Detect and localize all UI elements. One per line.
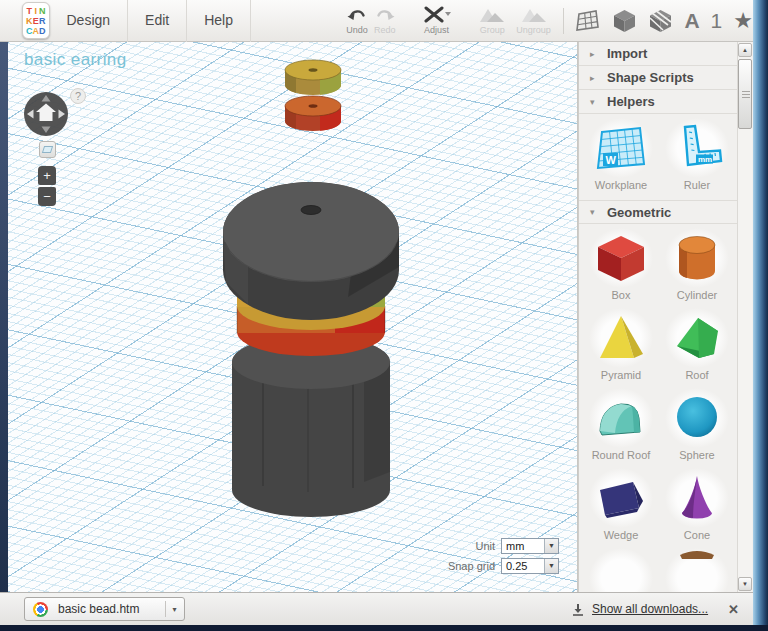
- chrome-file-icon: [33, 602, 48, 617]
- scrollbar-thumb[interactable]: [738, 59, 752, 129]
- cone-shape-icon: [665, 468, 729, 528]
- chevron-down-icon: ▾: [590, 207, 607, 217]
- close-download-bar-icon[interactable]: ✕: [728, 602, 739, 617]
- desktop-edge-bottom: [0, 625, 768, 631]
- tile-cylinder[interactable]: Cylinder: [659, 228, 735, 301]
- helpers-tiles: W Workplane mm Ruler: [579, 114, 739, 200]
- partial-shape-icon: [665, 548, 729, 592]
- wedge-shape-icon: [589, 468, 653, 528]
- tinkercad-logo[interactable]: T I N K E R C A D: [22, 2, 50, 39]
- logo-letter: D: [39, 26, 46, 36]
- browser-download-bar: basic bead.htm ▾ Show all downloads... ✕: [0, 592, 753, 625]
- group-button[interactable]: Group: [478, 6, 506, 35]
- snap-select-arrow-icon[interactable]: ▼: [544, 559, 558, 573]
- workplane-icon: W: [589, 118, 653, 178]
- unit-select-arrow-icon[interactable]: ▼: [544, 539, 558, 553]
- adjust-icon: [422, 6, 452, 23]
- round-roof-shape-icon: [589, 388, 653, 448]
- roof-shape-icon: [665, 308, 729, 368]
- tile-round-roof[interactable]: Round Roof: [583, 388, 659, 461]
- undo-button[interactable]: Undo: [343, 6, 371, 35]
- download-arrow-icon: [572, 603, 584, 616]
- tinkercad-window: T I N K E R C A D Design Edit Help Undo: [0, 0, 768, 631]
- solid-shapes-icon[interactable]: [612, 8, 637, 33]
- scroll-up-button[interactable]: ▲: [738, 43, 752, 57]
- shape-category-toggles: A 1 ★: [575, 8, 753, 33]
- workplane-grid-icon[interactable]: [575, 8, 601, 33]
- tile-pyramid[interactable]: Pyramid: [583, 308, 659, 381]
- logo-letter: T: [27, 6, 33, 16]
- snap-grid-select[interactable]: 0.25 ▼: [501, 558, 559, 574]
- menu-design[interactable]: Design: [50, 0, 129, 42]
- toolbar-separator: [563, 8, 564, 34]
- hole-shapes-icon[interactable]: [648, 8, 673, 33]
- chevron-right-icon: ▸: [590, 73, 607, 83]
- menu-help[interactable]: Help: [187, 0, 251, 42]
- logo-letter: K: [26, 16, 33, 26]
- sidebar-scrollbar[interactable]: ▲ ▼: [737, 42, 752, 592]
- section-helpers[interactable]: ▾ Helpers: [579, 90, 739, 114]
- text-shapes-icon[interactable]: A: [684, 10, 699, 32]
- design-canvas[interactable]: basic earring ? + −: [8, 42, 578, 592]
- section-geometric[interactable]: ▾ Geometric: [579, 200, 739, 224]
- tile-sphere[interactable]: Sphere: [659, 388, 735, 461]
- redo-icon: [374, 6, 396, 23]
- svg-text:W: W: [606, 154, 617, 166]
- section-shape-scripts[interactable]: ▸ Shape Scripts: [579, 66, 739, 90]
- chevron-right-icon: ▸: [590, 49, 607, 59]
- svg-text:mm: mm: [698, 155, 712, 164]
- tile-workplane[interactable]: W Workplane: [583, 118, 659, 191]
- file-menu-caret-icon[interactable]: ▾: [170, 605, 178, 614]
- scrollbar-grip: [742, 91, 750, 92]
- menu-edit[interactable]: Edit: [128, 0, 187, 42]
- snap-grid-label: Snap grid: [448, 560, 495, 572]
- ungroup-button[interactable]: Ungroup: [516, 6, 551, 35]
- tile-roof[interactable]: Roof: [659, 308, 735, 381]
- redo-button[interactable]: Redo: [371, 6, 399, 35]
- tile-wedge[interactable]: Wedge: [583, 468, 659, 541]
- group-icon: [479, 6, 505, 23]
- favorites-star-icon[interactable]: ★: [733, 10, 753, 32]
- ruler-icon: mm: [665, 118, 729, 178]
- cylinder-shape-icon: [665, 228, 729, 288]
- number-shapes-icon[interactable]: 1: [711, 10, 723, 32]
- scroll-down-button[interactable]: ▼: [738, 577, 752, 591]
- geometric-tiles: Box Cylinder: [579, 224, 739, 592]
- tile-cone[interactable]: Cone: [659, 468, 735, 541]
- tile-partial: [583, 548, 659, 592]
- sphere-shape-icon: [665, 388, 729, 448]
- logo-letter: N: [39, 6, 46, 16]
- desktop-edge-right: [753, 0, 768, 631]
- adjust-button[interactable]: Adjust: [421, 6, 453, 35]
- model-earring-mold[interactable]: [8, 42, 578, 592]
- downloaded-file-button[interactable]: basic bead.htm ▾: [24, 597, 185, 621]
- unit-select[interactable]: mm ▼: [501, 538, 559, 554]
- show-all-downloads-link[interactable]: Show all downloads...: [592, 602, 708, 616]
- box-shape-icon: [589, 228, 653, 288]
- grid-settings: Unit mm ▼ Snap grid 0.25 ▼: [448, 534, 559, 574]
- tile-box[interactable]: Box: [583, 228, 659, 301]
- unit-label: Unit: [475, 540, 495, 552]
- toolbar: T I N K E R C A D Design Edit Help Undo: [0, 0, 753, 42]
- section-import[interactable]: ▸ Import: [579, 42, 739, 66]
- downloaded-file-name: basic bead.htm: [58, 602, 139, 616]
- tile-partial: [659, 548, 735, 592]
- tile-ruler[interactable]: mm Ruler: [659, 118, 735, 191]
- chevron-down-icon: ▾: [590, 97, 607, 107]
- ungroup-icon: [521, 6, 547, 23]
- pyramid-shape-icon: [589, 308, 653, 368]
- undo-icon: [346, 6, 368, 23]
- shape-library-sidebar: ▸ Import ▸ Shape Scripts ▾ Helpers: [578, 42, 753, 592]
- logo-letter: R: [39, 16, 46, 26]
- logo-letter: E: [33, 16, 39, 26]
- desktop-edge-left: [0, 42, 8, 625]
- logo-letter: I: [34, 6, 37, 16]
